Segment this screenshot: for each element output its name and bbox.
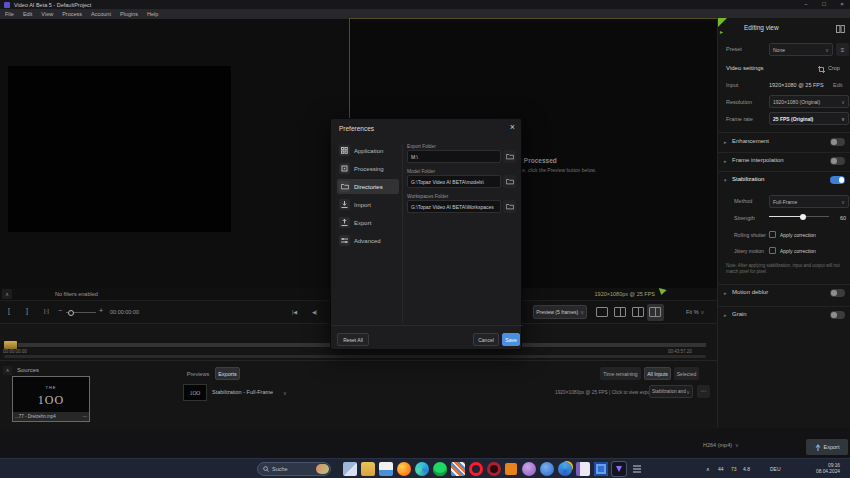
- strength-slider-knob[interactable]: [800, 214, 806, 220]
- panel-collapse-icon[interactable]: ▸: [720, 28, 723, 35]
- search-daily-image[interactable]: [316, 464, 329, 474]
- grain-caret-icon[interactable]: ▸: [724, 312, 727, 318]
- export-folder-input[interactable]: M:\: [407, 150, 501, 163]
- selected-button[interactable]: Selected: [674, 367, 699, 380]
- input-edit-link[interactable]: Edit: [833, 82, 842, 88]
- preset-menu-button[interactable]: ≡: [836, 43, 849, 56]
- source-thumbnail[interactable]: THE 1OO ...77 - Dreizehn.mp4 ⋯: [12, 376, 90, 422]
- opera-icon[interactable]: [469, 462, 483, 476]
- collapse-sources-icon[interactable]: ∧: [3, 366, 12, 375]
- view-compare-selected[interactable]: [647, 304, 664, 321]
- enhancement-caret-icon[interactable]: ▸: [724, 139, 727, 145]
- step-back-icon[interactable]: |◀: [292, 309, 297, 315]
- menu-view[interactable]: View: [41, 11, 53, 17]
- clock[interactable]: 09:16 08.04.2024: [808, 463, 840, 475]
- view-single-icon[interactable]: [596, 307, 608, 317]
- topaz-video-ai-icon[interactable]: [612, 462, 626, 476]
- export-button[interactable]: Export: [806, 439, 848, 455]
- audio-mixer-icon[interactable]: [630, 462, 644, 476]
- jittery-motion-checkbox[interactable]: [769, 247, 776, 254]
- blue-app-icon[interactable]: [540, 462, 554, 476]
- tab-directories[interactable]: Directories: [337, 179, 399, 194]
- motion-deblur-label[interactable]: Motion deblur: [732, 289, 768, 295]
- file-explorer-icon[interactable]: [361, 462, 375, 476]
- dialog-close-icon[interactable]: ×: [510, 122, 515, 132]
- all-inputs-button[interactable]: All Inputs: [644, 367, 671, 380]
- menu-file[interactable]: File: [5, 11, 14, 17]
- method-dropdown[interactable]: Full-Frame ∨: [769, 195, 849, 208]
- view-split-icon[interactable]: [614, 307, 626, 317]
- grain-label[interactable]: Grain: [732, 311, 747, 317]
- menu-process[interactable]: Process: [62, 11, 82, 17]
- notes-icon[interactable]: [576, 462, 590, 476]
- enhancement-label[interactable]: Enhancement: [732, 138, 769, 144]
- collapse-filters-icon[interactable]: ∧: [2, 289, 12, 299]
- menu-help[interactable]: Help: [147, 11, 158, 17]
- tab-import[interactable]: Import: [337, 197, 399, 212]
- model-folder-input[interactable]: G:\Topaz Video AI BETA\models\: [407, 175, 501, 188]
- mail-icon[interactable]: [379, 462, 393, 476]
- stabilization-label[interactable]: Stabilization: [732, 176, 764, 182]
- crop-icon[interactable]: [818, 66, 825, 73]
- stabilization-caret-icon[interactable]: ▾: [724, 177, 727, 183]
- input-video-frame[interactable]: [8, 66, 231, 232]
- timeline-scrollbar[interactable]: [4, 355, 706, 358]
- tab-export[interactable]: Export: [337, 215, 399, 230]
- framerate-dropdown[interactable]: 25 FPS (Original) ∨: [769, 112, 849, 125]
- tab-previews[interactable]: Previews: [184, 367, 212, 380]
- export-status-text[interactable]: 1920×1080px @ 25 FPS | Click to view exp…: [555, 390, 653, 395]
- affinity-icon[interactable]: [451, 462, 465, 476]
- close-button[interactable]: ×: [834, 0, 850, 9]
- maximize-button[interactable]: □: [816, 0, 832, 9]
- spotify-icon[interactable]: [433, 462, 447, 476]
- menu-edit[interactable]: Edit: [23, 11, 32, 17]
- export-item-thumbnail[interactable]: 1OO: [183, 384, 207, 401]
- playhead-marker[interactable]: [657, 288, 666, 296]
- purple-app-icon[interactable]: [522, 462, 536, 476]
- menu-plugins[interactable]: Plugins: [120, 11, 138, 17]
- rolling-shutter-checkbox[interactable]: [769, 231, 776, 238]
- trim-out-icon[interactable]: ]: [26, 307, 28, 314]
- tray-expand-icon[interactable]: ∧: [706, 466, 710, 478]
- tab-advanced[interactable]: Advanced: [337, 233, 399, 248]
- movies-icon[interactable]: [594, 462, 608, 476]
- search-input[interactable]: Suche: [257, 462, 331, 476]
- tab-application[interactable]: Application: [337, 143, 399, 158]
- export-item-chevron-icon[interactable]: ∨: [283, 390, 287, 396]
- grain-toggle[interactable]: [830, 311, 845, 319]
- task-view-icon[interactable]: [343, 462, 357, 476]
- workspaces-folder-browse-button[interactable]: [503, 200, 516, 213]
- time-remaining-button[interactable]: Time remaining: [600, 367, 641, 380]
- strength-slider[interactable]: [769, 213, 829, 214]
- enhancement-toggle[interactable]: [830, 138, 845, 146]
- frame-interpolation-caret-icon[interactable]: ▸: [724, 158, 727, 164]
- frame-interpolation-label[interactable]: Frame interpolation: [732, 157, 784, 163]
- frame-interpolation-toggle[interactable]: [830, 157, 845, 165]
- view-sidebyside-icon[interactable]: [632, 307, 644, 317]
- motion-deblur-toggle[interactable]: [830, 289, 845, 297]
- export-item-label[interactable]: Stabilization - Full-Frame: [212, 389, 273, 395]
- preview-button[interactable]: Preview (5 frames) ∨: [533, 305, 587, 319]
- tab-exports[interactable]: Exports: [215, 367, 240, 380]
- model-folder-browse-button[interactable]: [503, 175, 516, 188]
- photos-icon[interactable]: [558, 462, 572, 476]
- zoom-in-icon[interactable]: +: [99, 307, 103, 314]
- firefox-icon[interactable]: [397, 462, 411, 476]
- trim-clear-icon[interactable]: [·]: [44, 308, 49, 314]
- step-forward-icon[interactable]: ◀|: [312, 309, 317, 315]
- zoom-out-icon[interactable]: −: [58, 307, 62, 314]
- amber-app-icon[interactable]: [505, 463, 517, 475]
- save-button[interactable]: Save: [502, 333, 520, 346]
- edge-icon[interactable]: [415, 462, 429, 476]
- export-more-button[interactable]: ⋯: [697, 385, 710, 398]
- source-more-icon[interactable]: ⋯: [83, 412, 88, 421]
- reset-all-button[interactable]: Reset All: [337, 333, 369, 346]
- stabilization-toggle[interactable]: [830, 176, 845, 184]
- media-app-icon[interactable]: [487, 462, 501, 476]
- timeline-clip[interactable]: [4, 341, 17, 349]
- cancel-button[interactable]: Cancel: [473, 333, 499, 346]
- workspaces-folder-input[interactable]: G:\Topaz Video AI BETA\Workspaces: [407, 200, 501, 213]
- trim-in-icon[interactable]: [: [8, 307, 10, 314]
- timeline-zoom-knob[interactable]: [68, 310, 74, 316]
- preset-dropdown[interactable]: None ∨: [769, 43, 833, 56]
